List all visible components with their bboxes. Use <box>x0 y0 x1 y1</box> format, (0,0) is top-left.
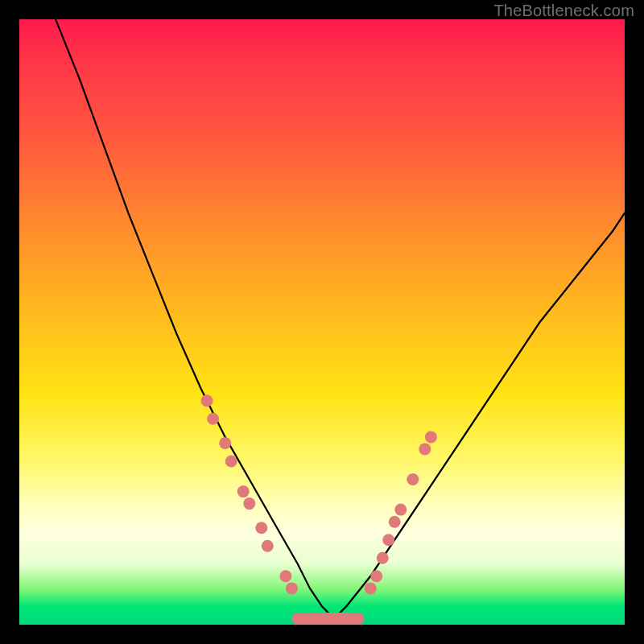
highlight-dot <box>243 497 255 510</box>
plot-area <box>19 19 625 625</box>
highlight-dot <box>219 437 231 449</box>
highlight-dot <box>407 473 419 485</box>
highlight-dot <box>382 534 394 546</box>
curve-layer <box>19 19 625 625</box>
highlight-dot <box>225 456 237 468</box>
highlight-dot <box>262 540 274 552</box>
highlight-dot <box>365 582 377 594</box>
bottleneck-curve <box>56 19 625 619</box>
highlight-dot <box>255 522 267 534</box>
highlight-dot <box>419 443 431 455</box>
highlight-dot <box>207 413 219 425</box>
highlight-dot <box>394 504 407 516</box>
highlight-dot <box>286 582 298 594</box>
highlight-dot <box>425 431 437 443</box>
highlight-dot <box>279 570 291 582</box>
watermark-text: TheBottleneck.com <box>493 2 634 20</box>
highlight-valley <box>291 613 364 625</box>
highlight-dot <box>370 570 382 582</box>
highlight-dots <box>201 394 437 625</box>
highlight-dot <box>201 394 213 407</box>
highlight-dot <box>389 516 401 528</box>
highlight-dot <box>237 485 250 497</box>
chart-frame <box>19 19 625 625</box>
highlight-dot <box>377 552 389 564</box>
